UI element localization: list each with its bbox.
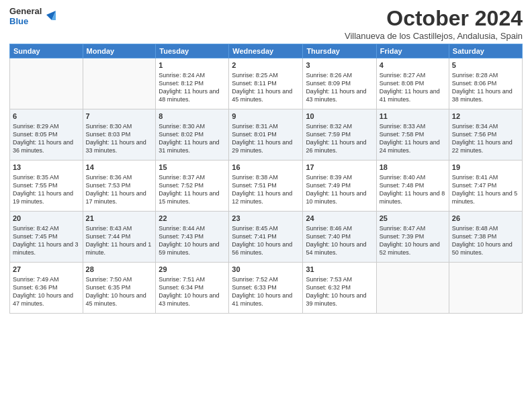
table-row: 3Sunrise: 8:26 AM Sunset: 8:09 PM Daylig…	[303, 58, 376, 109]
day-number: 9	[232, 111, 300, 122]
table-row: 15Sunrise: 8:37 AM Sunset: 7:52 PM Dayli…	[156, 161, 229, 212]
table-row: 7Sunrise: 8:30 AM Sunset: 8:03 PM Daylig…	[83, 109, 156, 161]
day-info: Sunrise: 8:46 AM Sunset: 7:40 PM Dayligh…	[306, 224, 373, 257]
day-info: Sunrise: 8:25 AM Sunset: 8:11 PM Dayligh…	[232, 71, 300, 104]
day-number: 10	[306, 111, 373, 122]
table-row: 8Sunrise: 8:30 AM Sunset: 8:02 PM Daylig…	[156, 109, 229, 161]
day-number: 11	[380, 111, 446, 122]
day-number: 27	[13, 265, 80, 275]
day-info: Sunrise: 8:29 AM Sunset: 8:05 PM Dayligh…	[13, 122, 80, 155]
day-number: 20	[13, 214, 80, 224]
table-row	[83, 58, 156, 109]
day-info: Sunrise: 8:24 AM Sunset: 8:12 PM Dayligh…	[159, 71, 226, 104]
table-row: 5Sunrise: 8:28 AM Sunset: 8:06 PM Daylig…	[449, 58, 522, 109]
day-number: 16	[232, 163, 300, 173]
table-row: 30Sunrise: 7:52 AM Sunset: 6:33 PM Dayli…	[229, 263, 303, 314]
day-number: 4	[380, 60, 446, 71]
day-info: Sunrise: 8:32 AM Sunset: 7:59 PM Dayligh…	[306, 122, 373, 155]
day-info: Sunrise: 8:39 AM Sunset: 7:49 PM Dayligh…	[306, 173, 373, 206]
table-row: 23Sunrise: 8:45 AM Sunset: 7:41 PM Dayli…	[229, 212, 303, 263]
table-row	[10, 58, 83, 109]
table-row: 21Sunrise: 8:43 AM Sunset: 7:44 PM Dayli…	[83, 212, 156, 263]
table-row	[376, 263, 449, 314]
table-row: 2Sunrise: 8:25 AM Sunset: 8:11 PM Daylig…	[229, 58, 303, 109]
table-row	[449, 263, 522, 314]
day-number: 28	[86, 265, 153, 275]
table-row: 10Sunrise: 8:32 AM Sunset: 7:59 PM Dayli…	[303, 109, 376, 161]
day-number: 21	[86, 214, 153, 224]
table-row: 16Sunrise: 8:38 AM Sunset: 7:51 PM Dayli…	[229, 161, 303, 212]
day-info: Sunrise: 8:30 AM Sunset: 8:03 PM Dayligh…	[86, 122, 153, 155]
logo-bird-icon	[44, 9, 56, 24]
day-info: Sunrise: 8:44 AM Sunset: 7:43 PM Dayligh…	[159, 224, 226, 257]
day-number: 19	[452, 163, 519, 173]
day-info: Sunrise: 7:50 AM Sunset: 6:35 PM Dayligh…	[86, 275, 153, 308]
table-row: 6Sunrise: 8:29 AM Sunset: 8:05 PM Daylig…	[10, 109, 83, 161]
table-row: 22Sunrise: 8:44 AM Sunset: 7:43 PM Dayli…	[156, 212, 229, 263]
logo: General Blue	[9, 7, 56, 27]
day-number: 22	[159, 214, 226, 224]
day-number: 18	[380, 163, 446, 173]
calendar-week-row: 6Sunrise: 8:29 AM Sunset: 8:05 PM Daylig…	[10, 109, 523, 161]
header-monday: Monday	[83, 44, 156, 58]
day-number: 3	[306, 60, 373, 71]
table-row: 1Sunrise: 8:24 AM Sunset: 8:12 PM Daylig…	[156, 58, 229, 109]
day-number: 13	[13, 163, 80, 173]
day-number: 25	[380, 214, 446, 224]
table-row: 13Sunrise: 8:35 AM Sunset: 7:55 PM Dayli…	[10, 161, 83, 212]
month-title: October 2024	[345, 7, 523, 30]
calendar-week-row: 27Sunrise: 7:49 AM Sunset: 6:36 PM Dayli…	[10, 263, 523, 314]
table-row: 25Sunrise: 8:47 AM Sunset: 7:39 PM Dayli…	[376, 212, 449, 263]
table-row: 26Sunrise: 8:48 AM Sunset: 7:38 PM Dayli…	[449, 212, 522, 263]
logo-text: General Blue	[9, 7, 56, 27]
day-number: 8	[159, 111, 226, 122]
day-number: 6	[13, 111, 80, 122]
day-number: 30	[232, 265, 300, 275]
table-row: 29Sunrise: 7:51 AM Sunset: 6:34 PM Dayli…	[156, 263, 229, 314]
calendar-table: Sunday Monday Tuesday Wednesday Thursday…	[9, 44, 523, 314]
subtitle: Villanueva de los Castillejos, Andalusia…	[345, 31, 523, 41]
page: General Blue October 2024 Villanueva de …	[0, 0, 532, 411]
calendar-header-row: Sunday Monday Tuesday Wednesday Thursday…	[10, 44, 523, 58]
table-row: 28Sunrise: 7:50 AM Sunset: 6:35 PM Dayli…	[83, 263, 156, 314]
day-number: 12	[452, 111, 519, 122]
day-info: Sunrise: 8:37 AM Sunset: 7:52 PM Dayligh…	[159, 173, 226, 206]
day-number: 31	[306, 265, 373, 275]
calendar-week-row: 1Sunrise: 8:24 AM Sunset: 8:12 PM Daylig…	[10, 58, 523, 109]
day-info: Sunrise: 8:34 AM Sunset: 7:56 PM Dayligh…	[452, 122, 519, 155]
day-number: 1	[159, 60, 226, 71]
day-info: Sunrise: 8:30 AM Sunset: 8:02 PM Dayligh…	[159, 122, 226, 155]
day-number: 23	[232, 214, 300, 224]
title-block: October 2024 Villanueva de los Castillej…	[345, 7, 523, 41]
header-sunday: Sunday	[10, 44, 83, 58]
day-info: Sunrise: 8:33 AM Sunset: 7:58 PM Dayligh…	[380, 122, 446, 155]
day-info: Sunrise: 8:47 AM Sunset: 7:39 PM Dayligh…	[380, 224, 446, 257]
table-row: 20Sunrise: 8:42 AM Sunset: 7:45 PM Dayli…	[10, 212, 83, 263]
day-info: Sunrise: 7:52 AM Sunset: 6:33 PM Dayligh…	[232, 275, 300, 308]
calendar-week-row: 13Sunrise: 8:35 AM Sunset: 7:55 PM Dayli…	[10, 161, 523, 212]
day-number: 2	[232, 60, 300, 71]
table-row: 19Sunrise: 8:41 AM Sunset: 7:47 PM Dayli…	[449, 161, 522, 212]
table-row: 9Sunrise: 8:31 AM Sunset: 8:01 PM Daylig…	[229, 109, 303, 161]
table-row: 4Sunrise: 8:27 AM Sunset: 8:08 PM Daylig…	[376, 58, 449, 109]
header-friday: Friday	[376, 44, 449, 58]
day-number: 7	[86, 111, 153, 122]
header-thursday: Thursday	[303, 44, 376, 58]
day-info: Sunrise: 8:48 AM Sunset: 7:38 PM Dayligh…	[452, 224, 519, 257]
day-info: Sunrise: 8:35 AM Sunset: 7:55 PM Dayligh…	[13, 173, 80, 206]
day-info: Sunrise: 8:27 AM Sunset: 8:08 PM Dayligh…	[380, 71, 446, 104]
day-number: 26	[452, 214, 519, 224]
day-number: 15	[159, 163, 226, 173]
day-info: Sunrise: 8:41 AM Sunset: 7:47 PM Dayligh…	[452, 173, 519, 206]
day-info: Sunrise: 8:45 AM Sunset: 7:41 PM Dayligh…	[232, 224, 300, 257]
day-info: Sunrise: 8:36 AM Sunset: 7:53 PM Dayligh…	[86, 173, 153, 206]
day-number: 14	[86, 163, 153, 173]
day-info: Sunrise: 8:40 AM Sunset: 7:48 PM Dayligh…	[380, 173, 446, 206]
day-info: Sunrise: 7:53 AM Sunset: 6:32 PM Dayligh…	[306, 275, 373, 308]
day-number: 24	[306, 214, 373, 224]
table-row: 31Sunrise: 7:53 AM Sunset: 6:32 PM Dayli…	[303, 263, 376, 314]
table-row: 24Sunrise: 8:46 AM Sunset: 7:40 PM Dayli…	[303, 212, 376, 263]
day-info: Sunrise: 7:49 AM Sunset: 6:36 PM Dayligh…	[13, 275, 80, 308]
day-number: 17	[306, 163, 373, 173]
header-tuesday: Tuesday	[156, 44, 229, 58]
